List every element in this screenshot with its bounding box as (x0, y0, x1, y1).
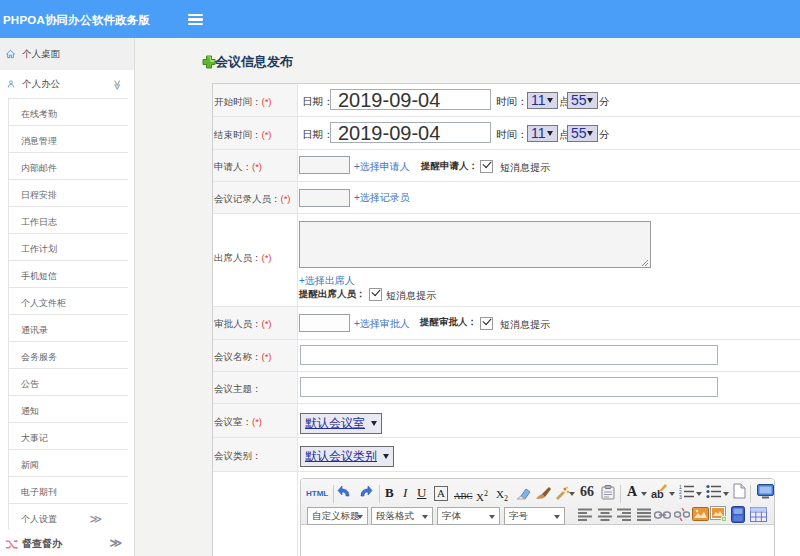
svg-text:3: 3 (679, 494, 682, 499)
